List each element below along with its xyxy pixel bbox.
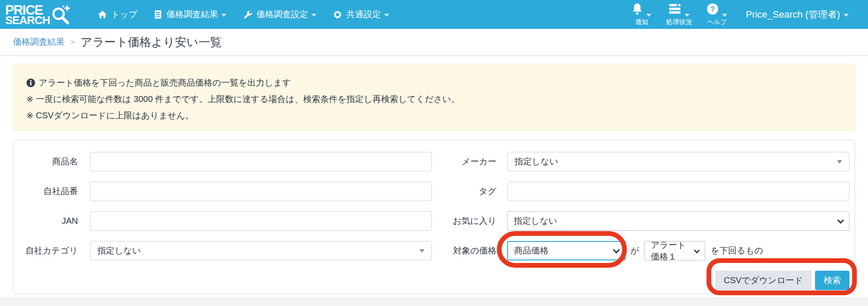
product-name-label: 商品名 (13, 156, 78, 167)
brand-text: PRICESEARCH (5, 5, 50, 25)
form-column-right: メーカー 指定しない タグ お気に入り 指定しない (448, 152, 856, 290)
form-actions: CSVでダウンロード 検索 (448, 271, 849, 290)
alert-line-2: ※ 一度に検索可能な件数は 3000 件までです。上限数に達する場合は、検索条件… (26, 91, 460, 107)
own-category-label: 自社カテゴリ (13, 245, 78, 257)
breadcrumb-bar: 価格調査結果 > アラート価格より安い一覧 (0, 29, 868, 56)
navbar-right: 通知 処理状況 ? (624, 0, 849, 29)
form-row-own-category: 自社カテゴリ 指定しない (13, 241, 447, 260)
alert-price-select[interactable]: アラート価格１ (644, 241, 705, 260)
processing-status-label: 処理状況 (666, 18, 692, 26)
tag-input[interactable] (507, 182, 849, 201)
alert-line-3: ※ CSVダウンロードに上限はありません。 (26, 107, 194, 124)
question-circle-icon: ? (707, 3, 719, 17)
form-row-jan: JAN (13, 211, 447, 231)
jan-label: JAN (13, 216, 78, 226)
search-form-card: 商品名 自社品番 JAN 自社カテゴリ 指定しない メーカー (13, 140, 855, 294)
main-nav: トップ 価格調査結果 価格調査設定 共通設定 (90, 0, 397, 29)
info-circle-icon (26, 78, 35, 87)
nav-item-survey-settings[interactable]: 価格調査設定 (235, 0, 325, 29)
nav-item-label: 共通設定 (346, 9, 381, 20)
chevron-down-icon (221, 14, 226, 17)
target-price-value: 商品価格 (514, 245, 549, 257)
own-category-select[interactable]: 指定しない (90, 241, 432, 260)
jan-input[interactable] (90, 211, 432, 231)
alert-line-1: アラート価格を下回った商品と販売商品価格の一覧を出力します (39, 74, 291, 91)
own-category-value: 指定しない (97, 245, 141, 257)
chevron-down-icon (685, 14, 690, 17)
tag-label: タグ (448, 185, 496, 197)
chevron-down-icon (646, 14, 651, 17)
chevron-down-icon (694, 246, 700, 256)
form-row-product-name: 商品名 (13, 152, 447, 171)
search-button[interactable]: 検索 (815, 271, 849, 290)
maker-label: メーカー (448, 156, 496, 167)
own-code-label: 自社品番 (13, 185, 78, 197)
chevron-down-icon (722, 14, 727, 17)
notifications-label: 通知 (635, 18, 648, 26)
favorite-select[interactable]: 指定しない (507, 211, 849, 231)
processing-status-menu[interactable]: 処理状況 (659, 0, 699, 29)
server-icon (668, 3, 681, 17)
top-navbar: PRICESEARCH トップ 価格調査結果 (0, 0, 868, 29)
alert-price-value: アラート価格１ (651, 239, 691, 263)
main-content: アラート価格を下回った商品と販売商品価格の一覧を出力します ※ 一度に検索可能な… (0, 56, 868, 294)
account-name: Price_Search (管理者) (746, 8, 840, 21)
svg-text:?: ? (710, 5, 715, 13)
wrench-icon (243, 10, 252, 19)
maker-value: 指定しない (515, 156, 558, 167)
gear-icon (333, 10, 342, 19)
brand-logo[interactable]: PRICESEARCH (5, 0, 78, 29)
dropdown-triangle-icon (837, 160, 842, 164)
info-alert: アラート価格を下回った商品と販売商品価格の一覧を出力します ※ 一度に検索可能な… (13, 64, 855, 131)
page-bottom-strip (0, 297, 868, 306)
form-column-left: 商品名 自社品番 JAN 自社カテゴリ 指定しない (13, 152, 447, 271)
list-icon (154, 10, 162, 19)
breadcrumb-separator: > (70, 37, 75, 47)
maker-select[interactable]: 指定しない (507, 152, 849, 171)
notifications-menu[interactable]: 通知 (624, 0, 659, 29)
nav-item-common-settings[interactable]: 共通設定 (325, 0, 397, 29)
nav-item-label: 価格調査設定 (256, 9, 308, 20)
chevron-down-icon (384, 14, 389, 17)
nav-item-top[interactable]: トップ (90, 0, 146, 29)
help-label: ヘルプ (707, 18, 727, 26)
form-row-own-code: 自社品番 (13, 182, 447, 201)
nav-item-survey-results[interactable]: 価格調査結果 (146, 0, 235, 29)
form-row-tag: タグ (448, 182, 856, 201)
form-row-maker: メーカー 指定しない (448, 152, 856, 171)
form-row-favorite: お気に入り 指定しない (448, 211, 856, 231)
own-code-input[interactable] (90, 182, 432, 201)
form-row-target-price: 対象の価格 商品価格 が アラート価格１ を下回るもの (448, 241, 856, 260)
home-icon (98, 10, 107, 19)
bell-icon (632, 3, 643, 17)
csv-download-button[interactable]: CSVでダウンロード (715, 271, 812, 290)
particle-text: が (630, 245, 639, 257)
favorite-label: お気に入り (448, 215, 496, 227)
product-name-input[interactable] (90, 152, 432, 171)
nav-item-label: 価格調査結果 (166, 9, 218, 20)
suffix-text: を下回るもの (710, 245, 763, 257)
account-menu[interactable]: Price_Search (管理者) (746, 8, 849, 21)
chevron-down-icon (837, 216, 844, 226)
chevron-down-icon (843, 14, 849, 17)
favorite-value: 指定しない (514, 215, 557, 227)
chevron-down-icon (613, 246, 620, 256)
dropdown-triangle-icon (419, 249, 425, 253)
chevron-down-icon (311, 14, 316, 17)
nav-item-label: トップ (111, 9, 137, 20)
help-menu[interactable]: ? ヘルプ (699, 0, 735, 29)
breadcrumb-parent-link[interactable]: 価格調査結果 (13, 36, 65, 48)
page-title: アラート価格より安い一覧 (81, 34, 222, 50)
target-price-select[interactable]: 商品価格 (507, 241, 626, 260)
target-price-label: 対象の価格 (448, 245, 496, 257)
magnifier-icon (49, 3, 71, 28)
